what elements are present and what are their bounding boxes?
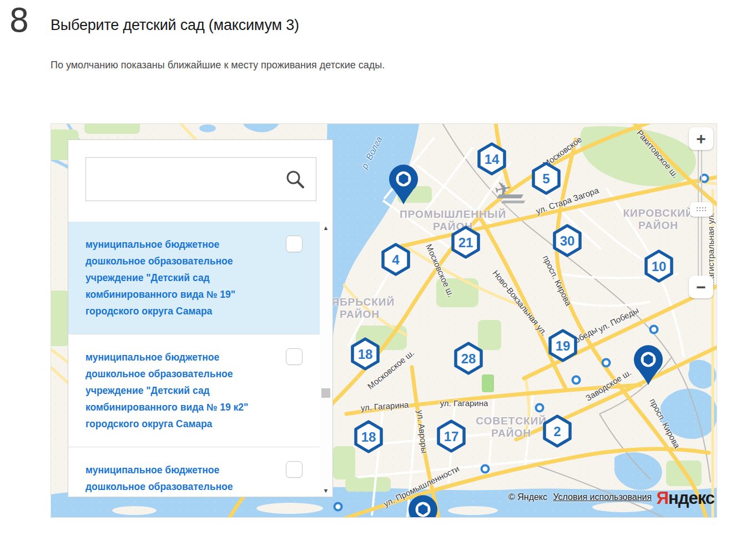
kindergarten-option-label: муниципальное бюджетное дошкольное образ… bbox=[85, 462, 274, 495]
runway-shape bbox=[501, 201, 525, 203]
cluster-marker-30[interactable]: 30 bbox=[550, 222, 584, 262]
poi-dot[interactable] bbox=[649, 325, 659, 334]
svg-text:19: 19 bbox=[556, 338, 571, 353]
svg-text:17: 17 bbox=[444, 429, 459, 444]
location-pin[interactable] bbox=[387, 163, 420, 211]
svg-text:5: 5 bbox=[542, 171, 550, 186]
yandex-logo-letter: Я bbox=[657, 488, 668, 508]
poi-dot[interactable] bbox=[334, 502, 343, 512]
cluster-marker-19[interactable]: 19 bbox=[546, 327, 580, 367]
search-input[interactable] bbox=[86, 158, 316, 201]
svg-text:18: 18 bbox=[358, 347, 373, 362]
kindergarten-list: муниципальное бюджетное дошкольное образ… bbox=[68, 222, 320, 497]
district-label: ТЯБРЬСКИЙРАЙОН bbox=[325, 296, 395, 321]
cluster-marker-18[interactable]: 18 bbox=[348, 335, 382, 375]
page: 8 Выберите детский сад (максимум 3) По у… bbox=[0, 0, 756, 535]
svg-text:2: 2 bbox=[553, 424, 561, 439]
svg-text:28: 28 bbox=[461, 351, 476, 366]
search-box bbox=[85, 157, 316, 201]
scroll-thumb[interactable] bbox=[321, 388, 330, 398]
scroll-up-arrow[interactable]: ▲ bbox=[320, 224, 332, 232]
svg-text:21: 21 bbox=[458, 235, 473, 250]
cluster-marker-5[interactable]: 5 bbox=[529, 159, 563, 199]
map-canvas[interactable]: ПРОМЫШЛЕННЫЙРАЙОНКИРОВСКИЙРАЙОНТЯБРЬСКИЙ… bbox=[51, 123, 717, 518]
svg-text:10: 10 bbox=[652, 259, 667, 274]
runway-shape bbox=[497, 194, 523, 198]
grip-dots-icon bbox=[697, 207, 698, 208]
kindergarten-option-3[interactable]: муниципальное бюджетное дошкольное образ… bbox=[68, 447, 320, 497]
district-label: КИРОВСКИЙРАЙОН bbox=[623, 207, 693, 232]
terms-of-use-link[interactable]: Условия использования bbox=[553, 492, 652, 502]
location-pin[interactable] bbox=[407, 493, 439, 518]
step-number: 8 bbox=[9, 1, 29, 40]
kindergarten-option-1[interactable]: муниципальное бюджетное дошкольное образ… bbox=[68, 222, 320, 334]
page-title: Выберите детский сад (максимум 3) bbox=[51, 17, 299, 34]
kindergarten-checkbox[interactable] bbox=[286, 461, 303, 478]
svg-text:14: 14 bbox=[485, 152, 500, 167]
copyright-text: © Яндекс bbox=[508, 492, 547, 502]
search-icon bbox=[285, 169, 306, 190]
cluster-marker-10[interactable]: 10 bbox=[642, 247, 676, 287]
kindergarten-picker-panel: муниципальное бюджетное дошкольное образ… bbox=[68, 139, 333, 497]
svg-text:18: 18 bbox=[361, 429, 376, 444]
cluster-marker-4[interactable]: 4 bbox=[379, 241, 413, 281]
zoom-slider-handle[interactable] bbox=[690, 202, 713, 217]
svg-text:4: 4 bbox=[392, 252, 400, 267]
yandex-logo[interactable]: Яндекс bbox=[657, 488, 714, 508]
scroll-down-arrow[interactable]: ▼ bbox=[320, 487, 332, 494]
list-scrollbar[interactable]: ▲ ▼ bbox=[320, 222, 332, 497]
poi-dot[interactable] bbox=[481, 464, 490, 474]
poi-dot[interactable] bbox=[572, 376, 581, 385]
kindergarten-option-2[interactable]: муниципальное бюджетное дошкольное образ… bbox=[68, 334, 320, 447]
page-subtitle: По умолчанию показаны ближайшие к месту … bbox=[51, 59, 385, 71]
airport-icon: ✈ bbox=[495, 178, 511, 201]
district-label: СОВЕТСКИЙРАЙОН bbox=[476, 415, 547, 439]
cluster-marker-17[interactable]: 17 bbox=[434, 417, 468, 457]
zoom-in-button[interactable]: + bbox=[689, 127, 713, 150]
map-attribution: © Яндекс Условия использования bbox=[508, 492, 652, 502]
cluster-marker-21[interactable]: 21 bbox=[448, 223, 483, 263]
cluster-marker-2[interactable]: 2 bbox=[540, 412, 574, 452]
location-pin[interactable] bbox=[632, 343, 664, 391]
kindergarten-checkbox[interactable] bbox=[286, 236, 303, 252]
cluster-marker-18[interactable]: 18 bbox=[351, 418, 386, 458]
kindergarten-checkbox[interactable] bbox=[286, 348, 303, 365]
street-label: ул. Гагарина bbox=[440, 398, 488, 408]
cluster-marker-28[interactable]: 28 bbox=[451, 339, 486, 379]
kindergarten-option-label: муниципальное бюджетное дошкольное образ… bbox=[85, 349, 274, 432]
kindergarten-option-label: муниципальное бюджетное дошкольное образ… bbox=[85, 236, 274, 319]
cluster-marker-14[interactable]: 14 bbox=[475, 140, 509, 180]
yandex-logo-rest: ндекс bbox=[668, 488, 714, 508]
poi-dot[interactable] bbox=[535, 403, 545, 413]
zoom-out-button[interactable]: − bbox=[689, 276, 713, 298]
poi-dot[interactable] bbox=[602, 358, 611, 368]
airplane-glyph: ✈ bbox=[492, 176, 513, 202]
svg-text:30: 30 bbox=[560, 233, 575, 248]
